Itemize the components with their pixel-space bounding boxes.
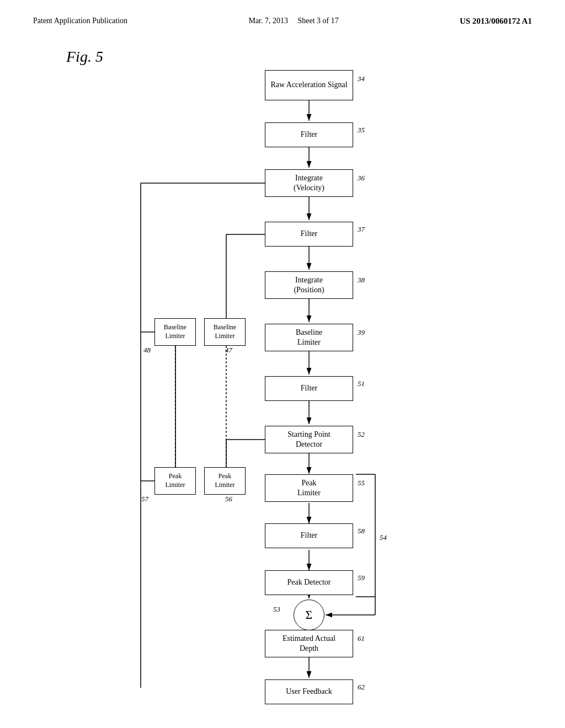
box-baseline-limiter-47: BaselineLimiter [204,318,246,346]
box-integrate-velocity: Integrate(Velocity) [265,169,353,197]
box-peak-detector: Peak Detector [265,570,353,595]
ref-59: 59 [358,574,365,582]
box-filter3: Filter [265,376,353,401]
box-filter1: Filter [265,122,353,147]
ref-53: 53 [273,605,280,614]
ref-48: 48 [143,346,151,355]
ref-56: 56 [225,495,232,504]
ref-38: 38 [358,276,365,285]
diagram-area: Fig. 5 [33,37,532,688]
sheet-info: Sheet 3 of 17 [298,17,339,25]
ref-55: 55 [358,479,365,488]
ref-47: 47 [225,346,232,355]
box-peak-limiter-main: PeakLimiter [265,474,353,502]
patent-number: US 2013/0060172 A1 [460,17,532,25]
box-starting-point-detector: Starting PointDetector [265,426,353,453]
ref-62: 62 [358,683,365,692]
box-integrate-position: Integrate(Position) [265,271,353,299]
ref-37: 37 [358,225,365,234]
page: Patent Application Publication Mar. 7, 2… [0,0,565,728]
publication-type-label: Patent Application Publication [33,17,127,25]
ref-54: 54 [380,533,387,542]
ref-58: 58 [358,527,365,536]
ref-51: 51 [358,379,365,388]
box-estimated-depth: Estimated ActualDepth [265,630,353,657]
page-header: Patent Application Publication Mar. 7, 2… [33,17,532,26]
box-user-feedback: User Feedback [265,679,353,704]
sigma-symbol: Σ [306,608,313,622]
publication-date: Mar. 7, 2013 [248,17,288,25]
sigma-circle: Σ [294,599,324,630]
ref-52: 52 [358,430,365,439]
header-right: US 2013/0060172 A1 [460,17,532,26]
box-baseline-limiter-48: BaselineLimiter [154,318,196,346]
box-peak-limiter-56: PeakLimiter [204,467,246,495]
ref-34: 34 [358,74,365,83]
header-center: Mar. 7, 2013 Sheet 3 of 17 [248,17,338,25]
ref-35: 35 [358,126,365,135]
box-filter4: Filter [265,523,353,548]
header-left: Patent Application Publication [33,17,127,25]
ref-36: 36 [358,174,365,183]
box-peak-limiter-57: PeakLimiter [154,467,196,495]
fig-label: Fig. 5 [66,48,103,66]
box-baseline-limiter-main: BaselineLimiter [265,324,353,351]
box-raw-acceleration: Raw Acceleration Signal [265,70,353,100]
box-filter2: Filter [265,222,353,247]
ref-57: 57 [141,495,148,504]
ref-39: 39 [358,328,365,337]
ref-61: 61 [358,634,365,643]
